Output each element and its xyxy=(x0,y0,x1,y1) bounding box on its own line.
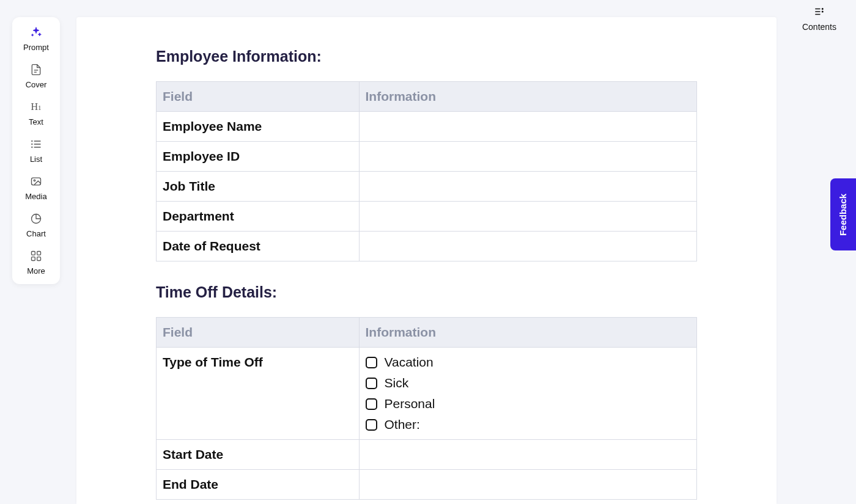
sidebar-item-chart[interactable]: Chart xyxy=(12,212,60,238)
checkbox[interactable] xyxy=(366,378,377,389)
svg-rect-10 xyxy=(32,252,35,255)
sidebar-item-label: List xyxy=(30,155,42,164)
document-canvas: Employee Information: Field Information … xyxy=(76,17,777,504)
cell-field[interactable]: Employee ID xyxy=(157,142,360,172)
table-row: Type of Time Off Vacation Sick Personal … xyxy=(157,348,697,440)
sidebar: Prompt Cover H1 Text List Media Chart M xyxy=(12,17,60,284)
checkbox-label: Vacation xyxy=(385,355,434,370)
table-row: Employee Name xyxy=(157,112,697,142)
svg-point-9 xyxy=(34,180,35,181)
toc-icon xyxy=(813,6,825,20)
contents-label: Contents xyxy=(802,22,836,32)
cell-value[interactable] xyxy=(359,202,697,232)
table-row: Department xyxy=(157,202,697,232)
table-row: End Date xyxy=(157,470,697,500)
table-row: Employee ID xyxy=(157,142,697,172)
th-field: Field xyxy=(157,82,360,112)
svg-rect-12 xyxy=(32,257,35,261)
svg-rect-11 xyxy=(37,252,41,255)
sidebar-item-label: More xyxy=(27,266,45,276)
sidebar-item-more[interactable]: More xyxy=(12,249,60,276)
heading-icon: H1 xyxy=(29,100,43,114)
svg-point-17 xyxy=(822,9,823,10)
checkbox-label: Other: xyxy=(385,417,420,432)
rightbar: Contents xyxy=(783,0,856,32)
contents-button[interactable]: Contents xyxy=(802,6,836,32)
time-off-table: Field Information Type of Time Off Vacat… xyxy=(156,317,697,500)
cell-value[interactable] xyxy=(359,142,697,172)
section-title-employee-info: Employee Information: xyxy=(156,48,697,65)
document-content[interactable]: Employee Information: Field Information … xyxy=(76,17,777,500)
cell-field[interactable]: Date of Request xyxy=(157,232,360,261)
sidebar-item-label: Chart xyxy=(26,229,46,238)
cell-field[interactable]: Department xyxy=(157,202,360,232)
th-field: Field xyxy=(157,318,360,348)
list-icon xyxy=(29,137,43,151)
cell-value[interactable] xyxy=(359,440,697,470)
cell-value-options[interactable]: Vacation Sick Personal Other: xyxy=(359,348,697,440)
table-row: Date of Request xyxy=(157,232,697,261)
svg-point-6 xyxy=(32,144,32,145)
sidebar-item-label: Prompt xyxy=(23,43,49,52)
checkbox[interactable] xyxy=(366,419,377,431)
checkbox-label: Personal xyxy=(385,396,435,411)
table-row: Job Title xyxy=(157,172,697,202)
image-icon xyxy=(29,175,43,188)
sidebar-item-label: Text xyxy=(29,117,43,126)
checkbox-label: Sick xyxy=(385,376,409,390)
sidebar-item-label: Cover xyxy=(26,80,47,89)
sidebar-item-text[interactable]: H1 Text xyxy=(12,100,60,126)
cell-value[interactable] xyxy=(359,470,697,500)
sparkle-icon xyxy=(29,26,43,39)
sidebar-item-list[interactable]: List xyxy=(12,137,60,164)
cell-field[interactable]: Start Date xyxy=(157,440,360,470)
cell-field[interactable]: Employee Name xyxy=(157,112,360,142)
svg-point-7 xyxy=(32,147,32,148)
sidebar-item-cover[interactable]: Cover xyxy=(12,63,60,89)
sidebar-item-prompt[interactable]: Prompt xyxy=(12,26,60,52)
th-information: Information xyxy=(359,318,697,348)
svg-point-18 xyxy=(822,11,823,12)
svg-rect-8 xyxy=(32,178,41,185)
cell-value[interactable] xyxy=(359,172,697,202)
th-information: Information xyxy=(359,82,697,112)
svg-rect-13 xyxy=(37,257,41,261)
sidebar-item-media[interactable]: Media xyxy=(12,175,60,201)
checkbox[interactable] xyxy=(366,398,377,410)
pie-chart-icon xyxy=(29,212,43,225)
cell-field[interactable]: Type of Time Off xyxy=(157,348,360,440)
cell-value[interactable] xyxy=(359,232,697,261)
feedback-label: Feedback xyxy=(838,193,849,235)
svg-point-5 xyxy=(32,141,32,142)
table-row: Start Date xyxy=(157,440,697,470)
cell-field[interactable]: Job Title xyxy=(157,172,360,202)
grid-icon xyxy=(29,249,43,263)
employee-info-table: Field Information Employee Name Employee… xyxy=(156,81,697,261)
feedback-button[interactable]: Feedback xyxy=(830,178,856,250)
document-icon xyxy=(29,63,43,76)
section-title-time-off: Time Off Details: xyxy=(156,283,697,301)
checkbox[interactable] xyxy=(366,357,377,368)
cell-field[interactable]: End Date xyxy=(157,470,360,500)
cell-value[interactable] xyxy=(359,112,697,142)
sidebar-item-label: Media xyxy=(25,192,46,201)
